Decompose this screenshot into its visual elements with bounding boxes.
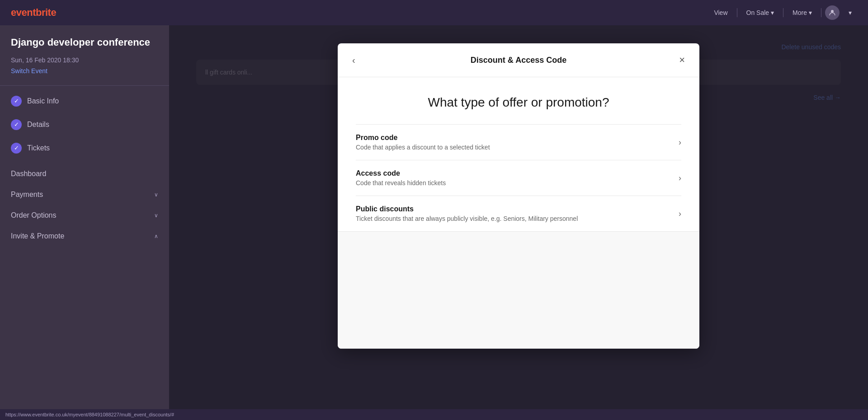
payments-chevron: ∨: [154, 191, 158, 198]
topnav: eventbrite View On Sale ▾ More ▾ ▾: [0, 0, 868, 25]
on-sale-chevron: ▾: [771, 9, 774, 16]
modal-title: Discount & Access Code: [471, 56, 566, 65]
access-code-title: Access code: [356, 169, 446, 177]
modal-overlay: ‹ Discount & Access Code × What type of …: [169, 25, 868, 420]
user-avatar-button[interactable]: [825, 5, 840, 20]
on-sale-button[interactable]: On Sale ▾: [741, 6, 780, 19]
option-public-discounts[interactable]: Public discounts Ticket discounts that a…: [356, 196, 681, 231]
option-access-code[interactable]: Access code Code that reveals hidden tic…: [356, 160, 681, 196]
public-discounts-title: Public discounts: [356, 205, 578, 213]
sidebar-item-basic-info[interactable]: ✓ Basic Info: [0, 89, 169, 113]
event-title: Django developer conference: [0, 36, 169, 56]
sidebar-section-dashboard[interactable]: Dashboard: [0, 163, 169, 184]
sidebar-item-tickets[interactable]: ✓ Tickets: [0, 136, 169, 160]
nav-divider-2: [783, 8, 783, 17]
sidebar-item-details[interactable]: ✓ Details: [0, 113, 169, 136]
option-promo-text: Promo code Code that applies a discount …: [356, 134, 490, 151]
payments-label: Payments: [11, 191, 43, 199]
account-chevron: ▾: [849, 9, 852, 16]
view-button[interactable]: View: [708, 6, 733, 19]
order-options-chevron: ∨: [154, 212, 158, 219]
user-icon: [829, 9, 836, 16]
statusbar: https://www.eventbrite.co.uk/myevent/884…: [0, 409, 868, 420]
access-code-chevron: ›: [679, 173, 681, 183]
sidebar-section-invite-promote[interactable]: Invite & Promote ∧: [0, 226, 169, 247]
nav-divider: [737, 8, 737, 17]
option-promo-code[interactable]: Promo code Code that applies a discount …: [356, 124, 681, 160]
sidebar-label-tickets: Tickets: [27, 144, 50, 152]
order-options-label: Order Options: [11, 211, 56, 219]
on-sale-label: On Sale: [746, 9, 769, 16]
invite-promote-label: Invite & Promote: [11, 232, 64, 240]
promo-code-chevron: ›: [679, 138, 681, 147]
statusbar-url: https://www.eventbrite.co.uk/myevent/884…: [5, 412, 174, 417]
account-dropdown-button[interactable]: ▾: [843, 6, 857, 19]
promo-code-title: Promo code: [356, 134, 490, 142]
sidebar-divider: [0, 85, 169, 86]
sidebar-section-order-options[interactable]: Order Options ∨: [0, 205, 169, 226]
sidebar-check-basic-info: ✓: [11, 96, 22, 107]
more-label: More: [793, 9, 807, 16]
dashboard-label: Dashboard: [11, 170, 46, 178]
modal-header: ‹ Discount & Access Code ×: [338, 43, 699, 77]
sidebar: Django developer conference Sun, 16 Feb …: [0, 25, 169, 420]
nav-divider-3: [821, 8, 821, 17]
access-code-desc: Code that reveals hidden tickets: [356, 179, 446, 187]
sidebar-check-details: ✓: [11, 119, 22, 130]
public-discounts-desc: Ticket discounts that are always publicl…: [356, 215, 578, 222]
modal-close-button[interactable]: ×: [675, 52, 689, 68]
modal-body: What type of offer or promotion? Promo c…: [338, 77, 699, 231]
sidebar-label-basic-info: Basic Info: [27, 97, 59, 105]
eventbrite-logo: eventbrite: [11, 7, 56, 19]
topnav-left: eventbrite: [11, 7, 56, 19]
option-access-text: Access code Code that reveals hidden tic…: [356, 169, 446, 187]
event-date: Sun, 16 Feb 2020 18:30: [0, 56, 169, 67]
modal-footer: [338, 231, 699, 349]
invite-promote-chevron: ∧: [154, 233, 158, 239]
public-discounts-chevron: ›: [679, 209, 681, 219]
topnav-right: View On Sale ▾ More ▾ ▾: [708, 5, 857, 20]
sidebar-bottom: Dashboard Payments ∨ Order Options ∨ Inv…: [0, 163, 169, 247]
sidebar-section-payments[interactable]: Payments ∨: [0, 184, 169, 205]
sidebar-label-details: Details: [27, 121, 49, 129]
promo-code-desc: Code that applies a discount to a select…: [356, 144, 490, 151]
svg-point-0: [831, 10, 834, 13]
option-public-text: Public discounts Ticket discounts that a…: [356, 205, 578, 222]
switch-event-link[interactable]: Switch Event: [0, 67, 169, 85]
more-chevron: ▾: [809, 9, 812, 16]
modal-back-button[interactable]: ‹: [349, 53, 359, 67]
modal-question: What type of offer or promotion?: [356, 95, 681, 110]
sidebar-check-tickets: ✓: [11, 143, 22, 154]
more-button[interactable]: More ▾: [787, 6, 817, 19]
modal-discount-access: ‹ Discount & Access Code × What type of …: [338, 43, 699, 349]
